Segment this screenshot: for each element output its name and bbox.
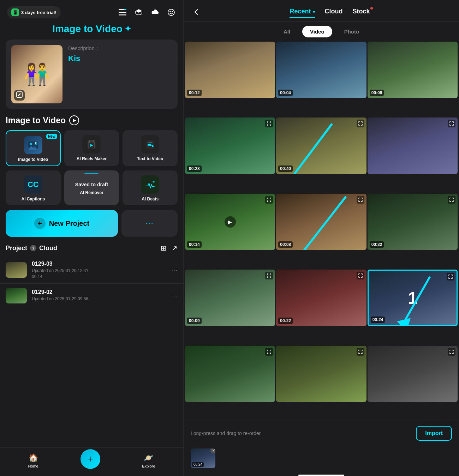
expand-icon-10[interactable] (265, 272, 273, 279)
project-header: Project ℹ Cloud ⊞ ↗ (0, 244, 183, 257)
feature-label-itv: Image to Video (18, 157, 48, 162)
import-button[interactable]: Import (416, 426, 452, 441)
grid-view-icon[interactable]: ⊞ (161, 244, 167, 252)
project-thumb-1 (6, 262, 27, 278)
ai-captions-icon: CC (24, 175, 42, 194)
video-thumb-6[interactable] (368, 118, 458, 174)
right-header: Recent ▾ Cloud Stock (184, 0, 459, 22)
video-thumb-8[interactable]: 00:08 (276, 194, 366, 250)
right-tabs: Recent ▾ Cloud Stock (208, 8, 452, 17)
left-panel: 📱 3 days free trial! Image to Video ✦ 👫 (0, 0, 184, 476)
expand-icon-5[interactable] (357, 120, 364, 127)
menu-icon[interactable] (118, 7, 127, 17)
expand-icon-14[interactable] (357, 348, 364, 356)
project-thumb-2 (6, 288, 27, 303)
text-to-video-icon (141, 135, 159, 153)
expand-icon-6[interactable] (448, 120, 455, 127)
svg-rect-3 (124, 9, 126, 10)
feature-ai-reels[interactable]: AI Reels Maker (64, 130, 119, 166)
new-project-label: New Project (49, 219, 89, 228)
tab-stock[interactable]: Stock (353, 8, 370, 17)
expand-icon-11[interactable] (357, 272, 364, 279)
stock-notification-dot (370, 7, 373, 10)
project-more-2[interactable]: ··· (171, 292, 178, 300)
nav-explore[interactable]: 🪐 Explore (142, 453, 155, 468)
filter-video[interactable]: Video (302, 26, 332, 37)
filter-photo[interactable]: Photo (336, 26, 367, 37)
feature-text-to-video[interactable]: Text to Video (123, 130, 178, 166)
svg-point-15 (153, 181, 155, 183)
feature-image-to-video[interactable]: New Image to Video (6, 130, 61, 166)
project-item-2[interactable]: 0129-02 Updated on 2025-01-29 09:56 ··· (0, 284, 183, 308)
cloud-label: Cloud (39, 245, 57, 252)
expand-icon-15[interactable] (448, 348, 455, 356)
expand-icon-7[interactable] (265, 196, 273, 204)
tab-cloud[interactable]: Cloud (325, 8, 343, 17)
video-thumb-9[interactable]: 00:32 (368, 194, 458, 250)
feature-grid-row1: New Image to Video (0, 130, 183, 166)
trial-badge[interactable]: 📱 3 days free trial! (7, 6, 61, 18)
feature-label-ttv: Text to Video (137, 156, 163, 161)
share-icon[interactable]: ↗ (172, 244, 178, 252)
expand-icon-12[interactable] (447, 273, 454, 281)
plus-circle-icon: + (34, 218, 46, 229)
feature-ai-beats[interactable]: AI Beats (123, 170, 178, 205)
nav-home[interactable]: 🏠 Home (28, 453, 38, 468)
project-duration-1: 00:14 (32, 274, 166, 279)
video-thumb-12[interactable]: 1 00:24 (368, 270, 458, 326)
video-thumb-5[interactable]: 00:40 (276, 118, 366, 174)
filter-all[interactable]: All (276, 26, 298, 37)
trial-text: 3 days free trial! (21, 10, 56, 15)
info-icon[interactable]: ℹ (30, 245, 36, 251)
svg-point-9 (30, 143, 32, 145)
remove-selected-button[interactable]: ✕ (210, 448, 215, 453)
sparkle-icon: ✦ (125, 24, 131, 34)
more-button[interactable]: ··· (121, 210, 178, 237)
filter-row: All Video Photo (184, 22, 459, 42)
new-project-button[interactable]: + New Project (6, 210, 118, 237)
video-duration-5: 00:40 (278, 165, 293, 172)
video-thumb-10[interactable]: 00:09 (185, 270, 275, 326)
video-duration-8: 00:08 (278, 241, 293, 248)
edit-overlay[interactable] (14, 90, 25, 101)
project-row: + New Project ··· (0, 210, 183, 237)
video-thumb-1[interactable]: 00:12 (185, 42, 275, 98)
nav-create-button[interactable]: + (81, 449, 100, 469)
video-thumb-7[interactable]: ▶ 00:14 (185, 194, 275, 250)
video-thumb-2[interactable]: 00:04 (276, 42, 366, 98)
project-info-2: 0129-02 Updated on 2025-01-29 09:56 (32, 289, 166, 302)
svg-point-4 (168, 9, 174, 16)
play-icon-7[interactable]: ▶ (225, 216, 236, 228)
graduation-icon[interactable] (134, 7, 144, 17)
emoji-icon[interactable] (166, 7, 176, 17)
project-more-1[interactable]: ··· (171, 266, 178, 274)
video-duration-7: 00:14 (187, 241, 202, 248)
video-thumb-13[interactable] (185, 346, 275, 402)
video-thumb-3[interactable]: 00:08 (368, 42, 458, 98)
video-thumb-14[interactable] (276, 346, 366, 402)
tab-recent[interactable]: Recent ▾ (290, 8, 315, 17)
video-thumb-15[interactable] (368, 346, 458, 402)
video-thumb-4[interactable]: 00:28 (185, 118, 275, 174)
expand-icon-8[interactable] (357, 196, 364, 204)
expand-icon-4[interactable] (265, 120, 273, 127)
project-title: Project (6, 245, 27, 252)
home-icon: 🏠 (29, 453, 38, 463)
video-duration-4: 00:28 (187, 165, 202, 172)
feature-grid-row2: CC AI Captions Saved to draft AI Remover… (0, 170, 183, 205)
feature-ai-remover[interactable]: Saved to draft AI Remover (64, 170, 119, 205)
video-duration-9: 00:32 (370, 241, 384, 248)
ai-beats-icon (141, 175, 159, 194)
svg-point-5 (170, 11, 171, 12)
expand-icon-9[interactable] (448, 196, 455, 204)
project-item-1[interactable]: 0129-03 Updated on 2025-01-29 12:41 00:1… (0, 257, 183, 284)
cloud-icon[interactable] (150, 7, 160, 17)
expand-icon-13[interactable] (265, 348, 273, 356)
feature-label-reels: AI Reels Maker (77, 156, 107, 161)
play-circle-icon[interactable]: ▶ (69, 115, 79, 125)
svg-line-18 (297, 197, 345, 250)
video-thumb-11[interactable]: 00:22 (276, 270, 366, 326)
back-button[interactable] (191, 6, 202, 18)
feature-ai-captions[interactable]: CC AI Captions (6, 170, 61, 205)
selected-preview-item[interactable]: ✕ 00:24 (191, 448, 215, 468)
